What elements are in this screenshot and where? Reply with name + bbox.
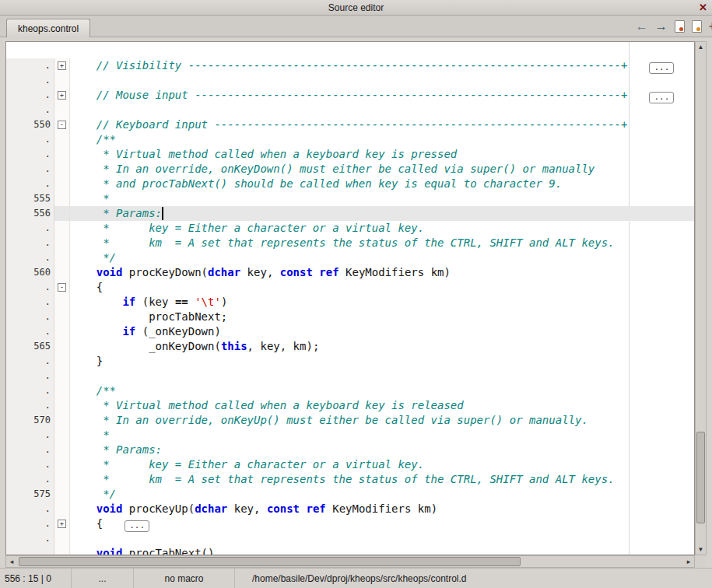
code-text[interactable]: /** xyxy=(70,383,694,398)
code-text[interactable]: * km = A set that represents the status … xyxy=(70,472,694,487)
folded-region-box[interactable]: ... xyxy=(649,92,674,103)
horizontal-scroll-thumb[interactable] xyxy=(19,557,521,566)
code-line[interactable]: . } xyxy=(6,354,694,369)
scroll-left-icon[interactable]: ◂ xyxy=(6,556,17,567)
code-line[interactable]: . * key = Either a character or a virtua… xyxy=(6,221,694,236)
code-viewport[interactable]: .+ // Visibility -----------------------… xyxy=(5,41,695,555)
code-line-current[interactable]: 556 * Params: xyxy=(6,206,694,221)
code-line[interactable]: . procTabNext; xyxy=(6,310,694,324)
fold-expand-icon[interactable]: + xyxy=(58,91,66,100)
document-icon[interactable] xyxy=(675,20,685,33)
code-text[interactable]: * xyxy=(70,191,694,206)
code-text[interactable]: } xyxy=(70,354,694,369)
vertical-scrollbar[interactable]: ▲ ▼ xyxy=(695,41,707,555)
code-text[interactable]: _onKeyDown(this, key, km); xyxy=(70,339,694,354)
code-line[interactable]: 555 * xyxy=(6,191,694,206)
code-text[interactable]: // Mouse input -------------------------… xyxy=(70,88,694,103)
code-line[interactable]: .- { xyxy=(6,280,694,295)
code-text[interactable]: * In an override, onKeyUp() must either … xyxy=(70,413,694,428)
code-line[interactable]: 565 _onKeyDown(this, key, km); xyxy=(6,339,694,354)
code-text[interactable]: // Visibility --------------------------… xyxy=(70,58,694,73)
code-line[interactable]: . * Params: xyxy=(6,443,694,457)
code-text[interactable]: * and procTabNext() should be called whe… xyxy=(70,177,694,191)
close-icon[interactable]: ✕ xyxy=(699,2,707,14)
fold-margin xyxy=(54,413,70,428)
code-line[interactable]: . if (_onKeyDown) xyxy=(6,324,694,339)
scroll-right-icon[interactable]: ▸ xyxy=(683,556,694,567)
scroll-down-icon[interactable]: ▼ xyxy=(696,544,706,555)
code-text[interactable]: * In an override, onKeyDown() must eithe… xyxy=(70,162,694,177)
code-text[interactable]: // Keyboard input ----------------------… xyxy=(70,117,694,132)
vertical-scroll-thumb[interactable] xyxy=(696,432,705,524)
code-line[interactable]: . * km = A set that represents the statu… xyxy=(6,236,694,250)
code-line[interactable]: . * and procTabNext() should be called w… xyxy=(6,177,694,191)
code-line[interactable]: 560 void procKeyDown(dchar key, const re… xyxy=(6,265,694,280)
code-text[interactable]: * Params: xyxy=(70,206,694,221)
horizontal-scrollbar[interactable]: ◂ ▸ xyxy=(5,555,695,568)
code-text[interactable]: if (_onKeyDown) xyxy=(70,324,694,339)
code-line[interactable]: . xyxy=(6,531,694,546)
tab-kheops-control[interactable]: kheops.control xyxy=(6,19,90,37)
fold-margin: + xyxy=(54,58,70,73)
code-text[interactable]: {... xyxy=(70,516,694,531)
code-text[interactable] xyxy=(70,531,694,546)
code-line[interactable]: . /** xyxy=(6,383,694,398)
code-text[interactable]: /** xyxy=(70,132,694,147)
code-text[interactable]: void procTabNext() xyxy=(70,546,694,555)
code-text[interactable]: * key = Either a character or a virtual … xyxy=(70,221,694,236)
code-text[interactable]: * Params: xyxy=(70,443,694,457)
fold-expand-icon[interactable]: + xyxy=(58,520,66,528)
code-text[interactable]: */ xyxy=(70,250,694,265)
code-text[interactable] xyxy=(70,73,694,88)
code-text[interactable]: { xyxy=(70,280,694,295)
code-line[interactable]: . void procKeyUp(dchar key, const ref Ke… xyxy=(6,502,694,516)
code-text[interactable] xyxy=(70,369,694,383)
code-line[interactable]: . * key = Either a character or a virtua… xyxy=(6,457,694,472)
code-line[interactable]: . */ xyxy=(6,250,694,265)
detach-move-icon[interactable]: + xyxy=(709,19,712,33)
code-line[interactable]: .+ // Mouse input ----------------------… xyxy=(6,88,694,103)
code-line[interactable]: . * Virtual method called when a keyboar… xyxy=(6,147,694,162)
code-text[interactable]: */ xyxy=(70,487,694,502)
folded-region-box[interactable]: ... xyxy=(649,62,674,74)
code-text[interactable]: if (key == '\t') xyxy=(70,295,694,310)
code-line[interactable]: . * In an override, onKeyDown() must eit… xyxy=(6,162,694,177)
code-line[interactable]: . xyxy=(6,73,694,88)
folded-region-box[interactable]: ... xyxy=(125,520,149,532)
fold-margin xyxy=(54,162,70,177)
code-line[interactable]: . * km = A set that represents the statu… xyxy=(6,472,694,487)
code-line[interactable]: . void procTabNext() xyxy=(6,546,694,555)
code-text[interactable]: * km = A set that represents the status … xyxy=(70,236,694,250)
line-number-gutter: . xyxy=(6,250,54,265)
fold-collapse-icon[interactable]: - xyxy=(58,121,66,129)
code-line[interactable]: . xyxy=(6,369,694,383)
fold-margin xyxy=(54,177,70,191)
fold-margin xyxy=(54,265,70,280)
code-line[interactable]: .+ // Visibility -----------------------… xyxy=(6,58,694,73)
code-line[interactable]: . /** xyxy=(6,132,694,147)
code-line[interactable]: 575 */ xyxy=(6,487,694,502)
code-line[interactable]: . * Virtual method called when a keyboar… xyxy=(6,398,694,413)
code-line[interactable]: . * xyxy=(6,428,694,443)
code-line[interactable]: . xyxy=(6,103,694,117)
fold-margin xyxy=(54,221,70,236)
code-text[interactable]: void procKeyUp(dchar key, const ref KeyM… xyxy=(70,502,694,516)
go-forward-icon[interactable]: → xyxy=(655,19,668,34)
code-text[interactable]: void procKeyDown(dchar key, const ref Ke… xyxy=(70,265,694,280)
fold-collapse-icon[interactable]: - xyxy=(58,283,66,292)
code-text[interactable] xyxy=(70,103,694,117)
code-line[interactable]: . if (key == '\t') xyxy=(6,295,694,310)
fold-expand-icon[interactable]: + xyxy=(58,61,66,70)
go-back-icon[interactable]: ← xyxy=(636,19,648,34)
code-line[interactable]: .+ {... xyxy=(6,516,694,531)
code-text[interactable]: * Virtual method called when a keyboard … xyxy=(70,147,694,162)
code-line[interactable]: 570 * In an override, onKeyUp() must eit… xyxy=(6,413,694,428)
code-text[interactable]: * key = Either a character or a virtual … xyxy=(70,457,694,472)
code-text[interactable]: * Virtual method called when a keyboard … xyxy=(70,398,694,413)
document-alt-icon[interactable] xyxy=(692,20,702,33)
scroll-up-icon[interactable]: ▲ xyxy=(696,42,706,52)
code-line[interactable]: 550- // Keyboard input -----------------… xyxy=(6,117,694,132)
code-text[interactable]: procTabNext; xyxy=(70,310,694,324)
line-number-gutter: . xyxy=(6,428,54,443)
code-text[interactable]: * xyxy=(70,428,694,443)
